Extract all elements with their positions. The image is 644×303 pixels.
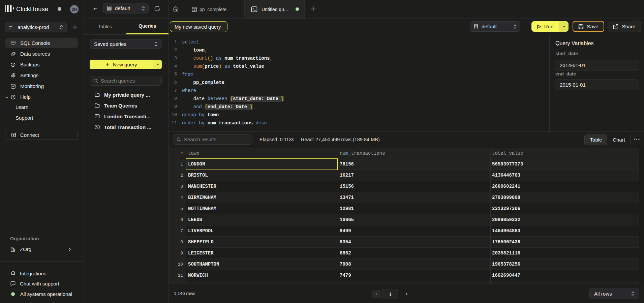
svg-text:aws: aws xyxy=(9,26,13,28)
